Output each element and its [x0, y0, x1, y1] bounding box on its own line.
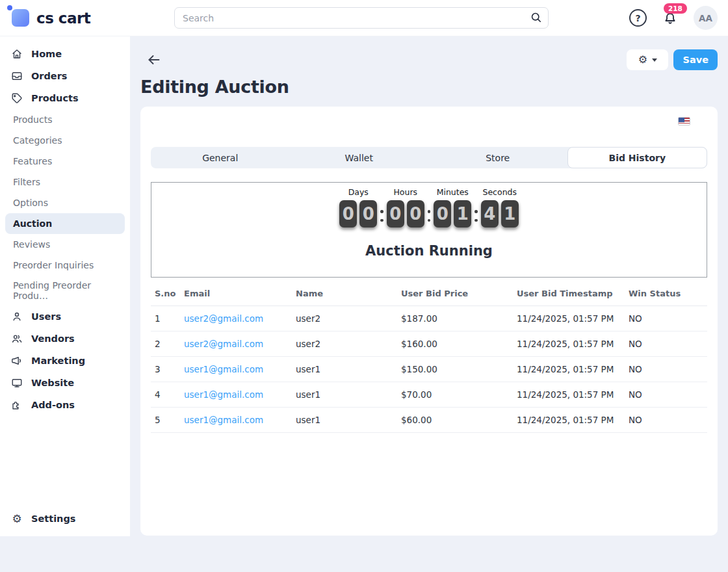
cell-timestamp: 11/24/2025, 01:57 PM	[513, 382, 625, 408]
timer-colon	[428, 210, 431, 222]
megaphone-icon	[10, 354, 23, 367]
sidebar-item-categories[interactable]: Categories	[0, 130, 130, 151]
sidebar-item-add-ons[interactable]: Add-ons	[0, 394, 130, 416]
sidebar-item-options[interactable]: Options	[0, 192, 130, 213]
logo[interactable]: cs cart	[12, 9, 130, 27]
timer-group-days: Days 0 0	[339, 187, 377, 228]
email-link[interactable]: user2@gmail.com	[184, 339, 263, 349]
search-icon[interactable]	[526, 10, 545, 26]
page-toolbar: ⚙ Save	[140, 49, 718, 70]
email-link[interactable]: user2@gmail.com	[184, 313, 263, 324]
us-flag-icon[interactable]	[678, 117, 690, 125]
back-button[interactable]	[146, 52, 162, 68]
timer-digit: 0	[387, 200, 404, 228]
notifications-button[interactable]: 218	[662, 11, 678, 29]
column-header-win-status: Win Status	[625, 281, 707, 306]
sidebar-item-label: Marketing	[31, 356, 85, 366]
table-row: 2 user2@gmail.com user2 $160.00 11/24/20…	[151, 332, 707, 357]
header-actions: ? 218 AA	[629, 6, 718, 30]
column-header-sno: S.no	[151, 281, 180, 306]
notification-badge: 218	[664, 3, 687, 14]
cell-price: $187.00	[397, 306, 513, 332]
search-input[interactable]	[174, 7, 549, 29]
countdown-panel: Days 0 0 Hours 0 0	[151, 182, 707, 278]
cell-timestamp: 11/24/2025, 01:57 PM	[513, 306, 625, 332]
table-row: 4 user1@gmail.com user1 $70.00 11/24/202…	[151, 382, 707, 408]
email-link[interactable]: user1@gmail.com	[184, 364, 263, 374]
sidebar-item-users[interactable]: Users	[0, 306, 130, 328]
tab-store[interactable]: Store	[428, 147, 567, 168]
sidebar-item-label: Preorder Inquiries	[13, 260, 94, 270]
cell-name: user1	[292, 382, 397, 408]
orders-icon	[10, 70, 23, 83]
email-link[interactable]: user1@gmail.com	[184, 389, 263, 400]
cell-win-status: NO	[625, 382, 707, 408]
tab-bar: General Wallet Store Bid History	[151, 147, 707, 168]
sidebar-item-products-sub[interactable]: Products	[0, 109, 130, 130]
gear-icon: ⚙	[10, 512, 23, 525]
sidebar-item-label: Options	[13, 198, 48, 208]
cell-email: user2@gmail.com	[180, 306, 292, 332]
sidebar-item-vendors[interactable]: Vendors	[0, 328, 130, 350]
sidebar-item-marketing[interactable]: Marketing	[0, 350, 130, 372]
cscart-logo-icon	[12, 9, 29, 27]
sidebar-item-preorder-inquiries[interactable]: Preorder Inquiries	[0, 255, 130, 276]
avatar[interactable]: AA	[694, 6, 718, 30]
sidebar-item-pending-preorder-products[interactable]: Pending Preorder Produ…	[0, 276, 130, 306]
sidebar-item-website[interactable]: Website	[0, 372, 130, 394]
cell-timestamp: 11/24/2025, 01:57 PM	[513, 408, 625, 433]
sidebar-item-auction[interactable]: Auction	[5, 213, 125, 234]
cell-name: user2	[292, 306, 397, 332]
cell-timestamp: 11/24/2025, 01:57 PM	[513, 332, 625, 357]
logo-text: cs cart	[36, 10, 90, 27]
column-header-email: Email	[180, 281, 292, 306]
cell-sno: 1	[151, 306, 180, 332]
sidebar-item-filters[interactable]: Filters	[0, 172, 130, 192]
global-search	[174, 7, 549, 29]
help-icon[interactable]: ?	[629, 9, 647, 27]
tab-bid-history[interactable]: Bid History	[567, 147, 708, 168]
home-icon	[10, 47, 23, 60]
sidebar-item-label: Reviews	[13, 239, 50, 250]
sidebar-item-reviews[interactable]: Reviews	[0, 234, 130, 255]
sidebar-item-label: Filters	[13, 177, 40, 187]
cell-sno: 5	[151, 408, 180, 433]
timer-colon	[380, 210, 384, 222]
email-link[interactable]: user1@gmail.com	[184, 415, 263, 425]
cell-win-status: NO	[625, 332, 707, 357]
cell-name: user1	[292, 357, 397, 382]
cell-win-status: NO	[625, 357, 707, 382]
flag-canton	[679, 118, 684, 122]
tab-wallet[interactable]: Wallet	[290, 147, 429, 168]
cell-price: $150.00	[397, 357, 513, 382]
sidebar-item-label: Settings	[31, 514, 75, 524]
timer-label-hours: Hours	[393, 187, 417, 197]
bid-history-table: S.no Email Name User Bid Price User Bid …	[151, 281, 707, 433]
timer-colon	[474, 210, 478, 222]
sidebar-item-home[interactable]: Home	[0, 43, 130, 65]
timer-digit: 0	[359, 200, 377, 228]
toolbar-actions: ⚙ Save	[627, 49, 718, 70]
cell-email: user1@gmail.com	[180, 408, 292, 433]
timer-group-hours: Hours 0 0	[387, 187, 424, 228]
sidebar-item-label: Products	[31, 93, 79, 103]
sidebar-item-orders[interactable]: Orders	[0, 65, 130, 87]
language-row	[151, 117, 707, 130]
sidebar-item-settings[interactable]: ⚙ Settings	[0, 508, 130, 530]
tab-general[interactable]: General	[151, 147, 290, 168]
timer-group-minutes: Minutes 0 1	[434, 187, 471, 228]
timer-label-seconds: Seconds	[482, 187, 517, 197]
logo-dot	[7, 5, 12, 10]
settings-dropdown-button[interactable]: ⚙	[627, 49, 668, 70]
cell-timestamp: 11/24/2025, 01:57 PM	[513, 357, 625, 382]
cell-sno: 3	[151, 357, 180, 382]
cell-win-status: NO	[625, 408, 707, 433]
page-title: Editing Auction	[140, 77, 718, 97]
auction-status-text: Auction Running	[365, 243, 493, 259]
sidebar-item-features[interactable]: Features	[0, 151, 130, 172]
save-button[interactable]: Save	[673, 49, 718, 70]
tag-icon	[10, 92, 23, 105]
layout-body: Home Orders Products Products Categories…	[0, 36, 728, 572]
sidebar-item-label: Add-ons	[31, 400, 75, 410]
sidebar-item-products[interactable]: Products	[0, 87, 130, 109]
